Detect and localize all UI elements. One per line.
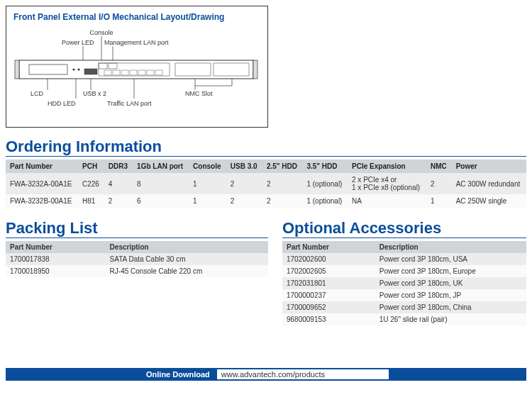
svg-rect-16 — [130, 70, 137, 75]
cell: 1 — [426, 194, 452, 208]
section-packing-title: Packing List — [6, 219, 268, 238]
svg-rect-6 — [29, 65, 67, 74]
cell: 1 — [189, 173, 226, 194]
table-row: 1700009652Power cord 3P 180cm, China — [282, 301, 526, 313]
cell: 1700018950 — [6, 265, 106, 277]
table-row: 1700017838SATA Data Cable 30 cm — [6, 253, 268, 265]
svg-rect-19 — [155, 70, 162, 75]
cell: 1700009652 — [282, 301, 375, 313]
th: Power — [452, 160, 526, 173]
cell: Power cord 3P 180cm, USA — [375, 253, 526, 265]
cell: 2 x PCIe x4 or 1 x PCIe x8 (optional) — [348, 173, 426, 194]
svg-rect-11 — [109, 63, 117, 69]
cell: 2 — [426, 173, 452, 194]
th: Console — [189, 160, 226, 173]
th: PCH — [78, 160, 104, 173]
th: 2.5" HDD — [262, 160, 303, 173]
cell: AC 300W redundant — [452, 173, 526, 194]
th: DDR3 — [104, 160, 133, 173]
th: NMC — [426, 160, 452, 173]
footer-label: Online Download — [143, 370, 213, 379]
cell: 2 — [104, 194, 133, 208]
table-row: 1700018950RJ-45 Console Cable 220 cm — [6, 265, 268, 277]
cell: 9680009153 — [282, 313, 375, 325]
svg-rect-20 — [175, 63, 211, 76]
cell: 1702002600 — [282, 253, 375, 265]
th: Part Number — [6, 160, 78, 173]
label-power-led: Power LED — [62, 39, 94, 46]
th: PCIe Expansion — [348, 160, 426, 173]
diagram-box: Front Panel External I/O Mechanical Layo… — [6, 6, 268, 128]
th: Part Number — [282, 241, 375, 253]
section-accessories-title: Optional Accessories — [282, 219, 526, 238]
th: Description — [106, 241, 268, 253]
diagram-title: Front Panel External I/O Mechanical Layo… — [13, 12, 260, 22]
table-row: 1702002600Power cord 3P 180cm, USA — [282, 253, 526, 265]
table-row: 1700000237Power cord 3P 180cm, JP — [282, 289, 526, 301]
cell: FWA-3232B-00A1E — [6, 194, 78, 208]
cell: SATA Data Cable 30 cm — [106, 253, 268, 265]
svg-rect-10 — [99, 63, 107, 69]
cell: 1 (optional) — [302, 173, 348, 194]
th: Description — [375, 241, 526, 253]
cell: NA — [348, 194, 426, 208]
cell: 2 — [262, 173, 303, 194]
label-hdd-led: HDD LED — [48, 100, 76, 107]
svg-rect-21 — [214, 63, 249, 76]
cell: Power cord 3P 180cm, UK — [375, 277, 526, 289]
cell: 1 (optional) — [302, 194, 348, 208]
cell: RJ-45 Console Cable 220 cm — [106, 265, 268, 277]
svg-rect-17 — [138, 70, 145, 75]
label-console: Console — [89, 29, 113, 36]
footer-bar: Online Download www.advantech.com/produc… — [6, 368, 526, 381]
cell: 1700000237 — [282, 289, 375, 301]
accessories-table: Part Number Description 1702002600Power … — [282, 241, 526, 325]
svg-point-7 — [73, 69, 75, 71]
label-lcd: LCD — [31, 90, 44, 97]
cell: 2 — [262, 194, 303, 208]
svg-rect-14 — [113, 70, 120, 75]
front-panel-drawing: Console Power LED Management LAN port — [13, 28, 259, 120]
footer-url: www.advantech.com/products — [217, 369, 389, 379]
table-row: 96800091531U 26" slide rail (pair) — [282, 313, 526, 325]
svg-point-8 — [78, 69, 80, 71]
cell: C226 — [78, 173, 104, 194]
cell: 1U 26" slide rail (pair) — [375, 313, 526, 325]
cell: Power cord 3P 180cm, JP — [375, 289, 526, 301]
label-nmc-slot: NMC Slot — [185, 90, 213, 97]
cell: 1702031801 — [282, 277, 375, 289]
label-mgmt-lan: Management LAN port — [104, 39, 169, 46]
svg-rect-18 — [147, 70, 154, 75]
cell: AC 250W single — [452, 194, 526, 208]
packing-table: Part Number Description 1700017838SATA D… — [6, 241, 268, 277]
ordering-table: Part Number PCH DDR3 1Gb LAN port Consol… — [6, 160, 526, 208]
label-usb: USB x 2 — [83, 90, 106, 97]
cell: 1700017838 — [6, 253, 106, 265]
label-traffic-lan: Traffic LAN port — [107, 100, 152, 107]
cell: 1702002605 — [282, 265, 375, 277]
svg-rect-15 — [121, 70, 128, 75]
cell: Power cord 3P 180cm, China — [375, 301, 526, 313]
table-row: FWA-3232B-00A1EH81261221 (optional)NA1AC… — [6, 194, 526, 208]
cell: Power cord 3P 180cm, Europe — [375, 265, 526, 277]
th: 3.5" HDD — [302, 160, 348, 173]
cell: 2 — [226, 173, 262, 194]
th: Part Number — [6, 241, 106, 253]
table-row: 1702031801Power cord 3P 180cm, UK — [282, 277, 526, 289]
cell: 6 — [133, 194, 189, 208]
svg-rect-4 — [15, 60, 19, 79]
svg-rect-9 — [84, 69, 97, 74]
table-header-row: Part Number PCH DDR3 1Gb LAN port Consol… — [6, 160, 526, 173]
cell: 4 — [104, 173, 133, 194]
cell: 8 — [133, 173, 189, 194]
svg-rect-13 — [104, 70, 111, 75]
th: USB 3.0 — [226, 160, 262, 173]
cell: 2 — [226, 194, 262, 208]
table-row: 1702002605Power cord 3P 180cm, Europe — [282, 265, 526, 277]
cell: H81 — [78, 194, 104, 208]
svg-rect-5 — [253, 60, 257, 79]
section-ordering-title: Ordering Information — [6, 138, 526, 157]
table-row: FWA-3232A-00A1EC226481221 (optional)2 x … — [6, 173, 526, 194]
cell: FWA-3232A-00A1E — [6, 173, 78, 194]
cell: 1 — [189, 194, 226, 208]
